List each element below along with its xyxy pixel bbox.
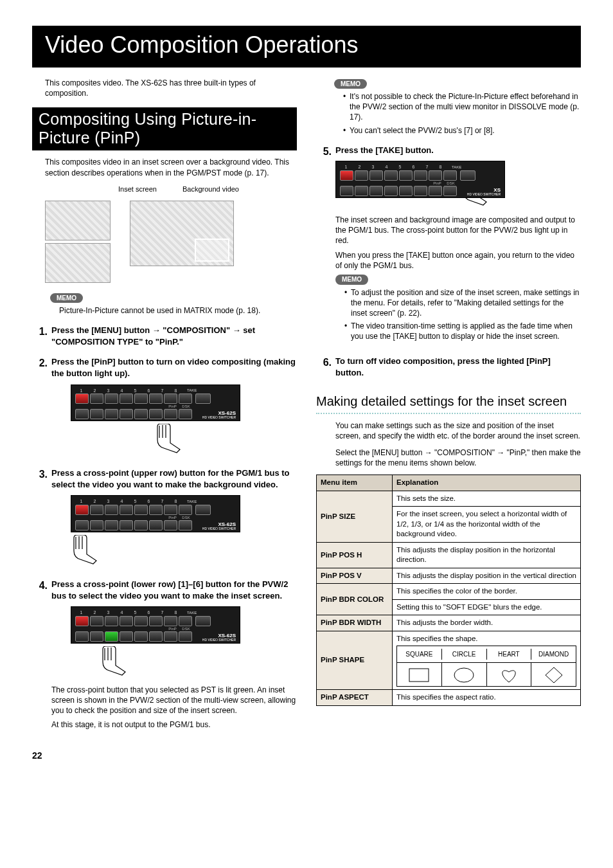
th-menu-item: Menu item — [317, 475, 393, 491]
memo-bullet: It's not possible to check the Picture-I… — [343, 91, 581, 123]
intro-text: This composites video. The XS-62S has th… — [45, 78, 297, 98]
page-number: 22 — [32, 750, 297, 762]
square-icon — [406, 665, 432, 685]
circle-icon — [451, 665, 477, 685]
step-number: 4. — [32, 579, 48, 730]
diamond-icon — [541, 665, 567, 685]
step-5-text-1: The inset screen and background image ar… — [335, 215, 581, 246]
step-2-head: Press the [PinP] button to turn on video… — [51, 356, 297, 379]
step-4-text-1: The cross-point button that you selected… — [51, 685, 297, 716]
step-4-head: Press a cross-point (lower row) [1]–[6] … — [51, 579, 297, 601]
inset-photo-1 — [45, 201, 111, 240]
memo-bullet: The video transition-time setting is app… — [344, 321, 581, 341]
memo-badge: MEMO — [335, 275, 368, 285]
th-explanation: Explanation — [393, 475, 581, 491]
page-title: Video Composition Operations — [32, 26, 581, 68]
hand-icon — [148, 424, 186, 456]
section-heading-pinp: Compositing Using Picture-in-Picture (Pi… — [32, 107, 297, 151]
button-panel-step4: 12345678TAKE PinPDSK XS-62SHD VIDEO SWIT… — [71, 606, 240, 644]
svg-rect-0 — [409, 669, 429, 682]
button-panel-step5: 12345678TAKE PinPDSK XSHD VIDEO SWITCHER — [335, 161, 505, 198]
step-5-text-2: When you press the [TAKE] button once ag… — [335, 250, 581, 271]
left-column: This composites video. The XS-62S has th… — [32, 75, 297, 762]
inset-photo-2 — [45, 243, 111, 283]
step-number: 1. — [32, 325, 48, 347]
shape-square-label: SQUARE — [405, 651, 432, 658]
sub-heading: Making detailed settings for the inset s… — [316, 393, 581, 410]
memo-badge: MEMO — [334, 79, 367, 89]
memo-bullet: To adjust the position and size of the i… — [344, 287, 581, 319]
table-row: PinP BDR WIDTHThis adjusts the border wi… — [317, 615, 581, 631]
step-1-head: Press the [MENU] button → "COMPOSITION" … — [51, 325, 255, 347]
shape-circle-label: CIRCLE — [452, 651, 476, 658]
step-3-head: Press a cross-point (upper row) button f… — [51, 467, 297, 490]
step-number: 5. — [316, 145, 332, 347]
bg-label: Background video — [182, 185, 239, 194]
section-intro: This composites video in an inset screen… — [45, 157, 297, 177]
table-row: PinP POS HThis adjusts the display posit… — [317, 542, 581, 568]
table-row: PinP BDR COLORThis specifies the color o… — [317, 584, 581, 615]
composited-photo — [130, 201, 234, 266]
step-number: 6. — [316, 356, 332, 378]
hand-icon — [64, 535, 103, 567]
shape-diamond-label: DIAMOND — [538, 651, 569, 658]
dotted-rule — [316, 411, 581, 414]
memo-text-1: Picture-In-Picture cannot be used in MAT… — [59, 305, 297, 316]
step-5-head: Press the [TAKE] button. — [335, 145, 581, 156]
table-row: PinP POS VThis adjusts the display posit… — [317, 568, 581, 584]
inset-label: Inset screen — [118, 185, 157, 194]
sub-intro-2: Select the [MENU] button → "COMPOSITION"… — [335, 448, 581, 468]
step-number: 2. — [32, 356, 48, 458]
button-panel-step3: 12345678TAKE PinPDSK XS-62SHD VIDEO SWIT… — [71, 495, 240, 532]
step-4-text-2: At this stage, it is not output to the P… — [51, 719, 297, 730]
memo-bullet: You can't select the PVW/2 bus's [7] or … — [343, 125, 581, 136]
shape-heart-label: HEART — [498, 651, 520, 658]
right-column: MEMO It's not possible to check the Pict… — [316, 75, 581, 762]
sub-intro-1: You can make settings such as the size a… — [335, 420, 581, 441]
step-6-head: To turn off video composition, press the… — [335, 356, 581, 378]
table-row: PinP ASPECTThis specifies the aspect rat… — [317, 690, 581, 706]
button-panel-step2: 12345678TAKE PinPDSK XS-62SHD VIDEO SWIT… — [71, 384, 240, 422]
table-row: PinP SIZEThis sets the size.For the inse… — [317, 491, 581, 542]
step-number: 3. — [32, 467, 48, 570]
svg-point-1 — [454, 668, 474, 682]
hand-icon — [93, 646, 132, 678]
table-row: PinP SHAPE This specifies the shape. SQU… — [317, 631, 581, 690]
settings-table: Menu itemExplanation PinP SIZEThis sets … — [316, 475, 581, 705]
heart-icon — [496, 665, 522, 685]
memo-badge: MEMO — [50, 293, 83, 303]
